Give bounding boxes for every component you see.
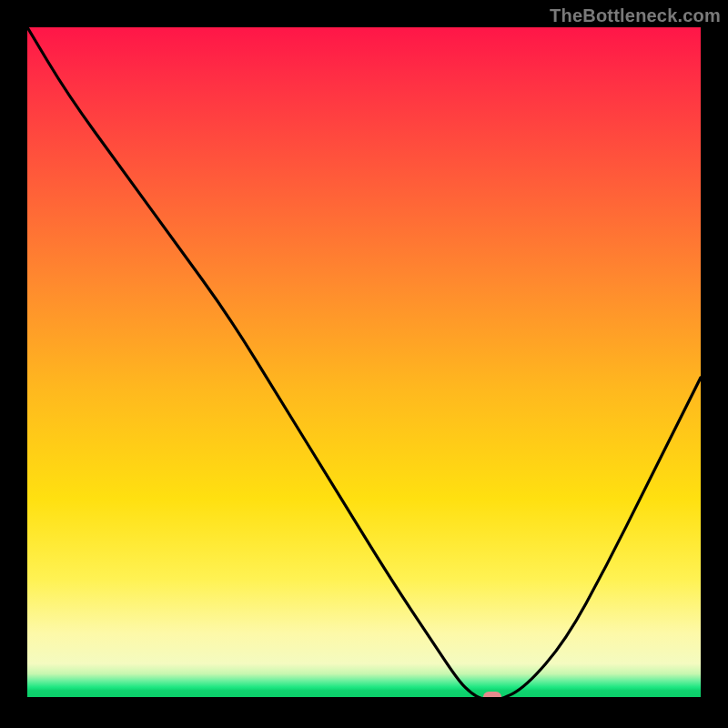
bottleneck-curve (27, 27, 701, 701)
watermark-label: TheBottleneck.com (550, 5, 721, 26)
plot-area (27, 27, 701, 701)
x-axis-baseline (27, 697, 701, 701)
chart-stage: TheBottleneck.com (0, 0, 728, 728)
